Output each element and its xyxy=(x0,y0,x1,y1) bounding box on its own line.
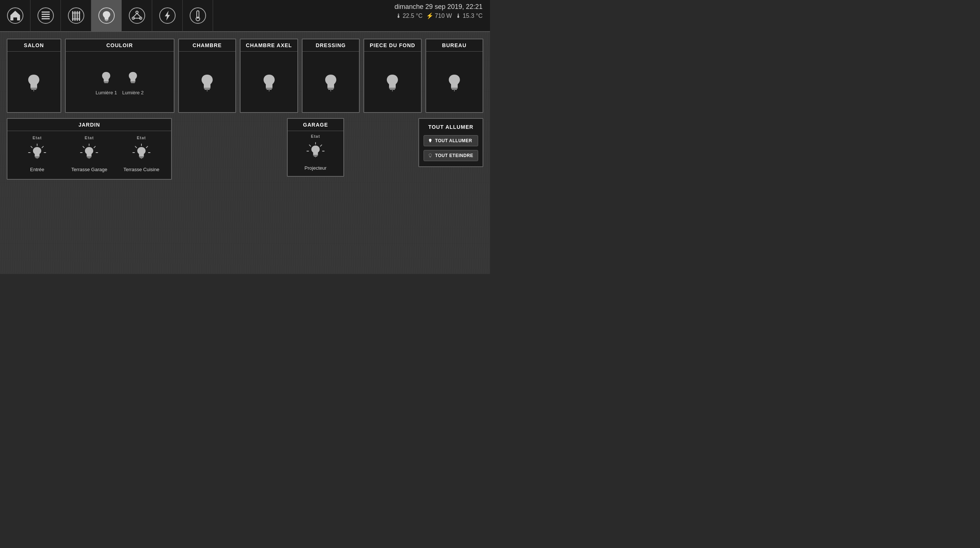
svg-line-23 xyxy=(137,13,141,17)
svg-rect-75 xyxy=(140,158,143,158)
couloir-light1: Lumière 1 xyxy=(95,70,117,96)
room-card-garage[interactable]: GARAGE Etat Projecteur xyxy=(287,118,344,177)
chambre-axel-body xyxy=(253,52,285,112)
couloir-light2-label: Lumière 2 xyxy=(122,90,144,96)
svg-rect-44 xyxy=(328,88,334,89)
svg-rect-50 xyxy=(451,88,458,89)
jardin-entree[interactable]: Etat Entrée xyxy=(11,134,63,174)
svg-rect-51 xyxy=(452,89,457,90)
outdoor-temp-sensor: 🌡 15.3 °C xyxy=(455,13,482,19)
tout-allumer-btn-label: TOUT ALLUMER xyxy=(435,138,472,143)
room-card-chambre-axel[interactable]: CHAMBRE AXEL xyxy=(240,38,298,113)
svg-rect-41 xyxy=(266,88,272,89)
room-card-salon[interactable]: SALON xyxy=(7,38,61,113)
room-card-couloir[interactable]: COULOIR Lumière 1 Lumièr xyxy=(65,38,175,113)
room-card-jardin[interactable]: JARDIN Etat xyxy=(7,118,172,180)
main-content: SALON COULOIR L xyxy=(0,32,490,274)
svg-line-56 xyxy=(31,146,32,148)
outdoor-thermometer-icon: 🌡 xyxy=(455,13,461,19)
jardin-terrasse-cuisine-label: Terrasse Cuisine xyxy=(123,167,159,172)
room-card-chambre[interactable]: CHAMBRE xyxy=(178,38,236,113)
svg-marker-26 xyxy=(165,11,170,21)
nav-lights-button[interactable] xyxy=(91,0,122,32)
svg-rect-32 xyxy=(31,89,37,90)
svg-rect-66 xyxy=(87,156,92,157)
couloir-bulb1-icon xyxy=(98,70,115,86)
power-value: 710 W xyxy=(435,13,452,19)
svg-rect-34 xyxy=(104,82,109,83)
indoor-temp-value: 22.5 °C xyxy=(403,13,423,19)
nav-energy-button[interactable] xyxy=(152,0,183,32)
jardin-terrasse-garage-etat: Etat xyxy=(84,135,94,140)
outdoor-temp-value: 15.3 °C xyxy=(463,13,482,19)
power-sensor: ⚡ 710 W xyxy=(426,12,452,19)
svg-rect-83 xyxy=(314,156,317,157)
nav-temperature-button[interactable] xyxy=(183,0,213,32)
svg-rect-31 xyxy=(30,88,37,89)
dressing-title: DRESSING xyxy=(302,39,359,52)
svg-rect-47 xyxy=(389,88,396,89)
svg-rect-6 xyxy=(41,18,50,19)
tout-allumer-panel: TOUT ALLUMER TOUT ALLUMER TOUT ETEINDRE xyxy=(418,118,483,167)
svg-line-80 xyxy=(309,145,311,146)
svg-rect-3 xyxy=(41,11,50,13)
salon-body xyxy=(18,52,50,112)
svg-point-7 xyxy=(68,8,84,23)
jardin-body: Etat Entrée xyxy=(8,131,171,179)
jardin-terrasse-garage[interactable]: Etat Terrasse Garage xyxy=(63,134,115,174)
tout-eteindre-btn-label: TOUT ETEINDRE xyxy=(435,153,473,158)
svg-point-2 xyxy=(38,8,54,23)
nav-heating-button[interactable] xyxy=(61,0,91,32)
garage-projecteur-label: Projecteur xyxy=(304,165,326,171)
bottom-rooms-row: JARDIN Etat xyxy=(7,118,483,180)
top-bar: dimanche 29 sep 2019, 22:21 🌡 22.5 °C ⚡ … xyxy=(0,0,490,32)
couloir-title: COULOIR xyxy=(66,39,174,52)
svg-line-22 xyxy=(133,13,137,17)
jardin-terrasse-cuisine-bulb-icon xyxy=(131,142,152,163)
tout-allumer-button[interactable]: TOUT ALLUMER xyxy=(423,135,478,146)
couloir-bulb2-icon xyxy=(125,70,141,86)
couloir-body: Lumière 1 Lumière 2 xyxy=(90,52,149,112)
couloir-light1-label: Lumière 1 xyxy=(95,90,117,96)
chambre-title: CHAMBRE xyxy=(179,39,235,52)
bureau-body xyxy=(438,52,471,112)
garage-body: Etat Projecteur xyxy=(288,131,344,176)
svg-point-19 xyxy=(136,11,138,13)
jardin-entree-label: Entrée xyxy=(30,167,44,172)
top-right-info: dimanche 29 sep 2019, 22:21 🌡 22.5 °C ⚡ … xyxy=(395,3,482,19)
svg-rect-67 xyxy=(88,158,91,158)
svg-rect-4 xyxy=(41,14,50,15)
room-card-dressing[interactable]: DRESSING xyxy=(302,38,360,113)
nav-shutters-button[interactable] xyxy=(30,0,61,32)
piece-du-fond-bulb-icon xyxy=(381,72,404,94)
piece-du-fond-title: PIECE DU FOND xyxy=(364,39,421,52)
svg-rect-36 xyxy=(130,82,135,83)
dressing-body xyxy=(314,52,347,112)
garage-title: GARAGE xyxy=(288,119,344,131)
chambre-body xyxy=(191,52,223,112)
svg-rect-38 xyxy=(204,88,210,89)
chambre-bulb-icon xyxy=(196,72,218,94)
jardin-terrasse-garage-label: Terrasse Garage xyxy=(71,167,107,172)
nav-home-button[interactable] xyxy=(0,0,30,32)
nav-icons xyxy=(0,0,213,31)
sensors-bar: 🌡 22.5 °C ⚡ 710 W 🌡 15.3 °C xyxy=(395,12,482,19)
garage-bulb-icon xyxy=(305,141,326,161)
nav-network-button[interactable] xyxy=(122,0,152,32)
svg-rect-59 xyxy=(35,158,38,158)
svg-rect-88 xyxy=(430,157,431,158)
jardin-entree-bulb-icon xyxy=(27,142,48,163)
bulb-off-icon xyxy=(428,153,433,158)
jardin-terrasse-cuisine[interactable]: Etat Terrasse Cuisine xyxy=(115,134,167,174)
svg-rect-74 xyxy=(139,156,144,157)
room-card-bureau[interactable]: BUREAU xyxy=(425,38,483,113)
svg-line-78 xyxy=(320,145,322,146)
tout-eteindre-button[interactable]: TOUT ETEINDRE xyxy=(423,150,478,161)
room-card-piece-du-fond[interactable]: PIECE DU FOND xyxy=(363,38,421,113)
chambre-axel-title: CHAMBRE AXEL xyxy=(240,39,297,52)
jardin-title: JARDIN xyxy=(8,119,171,131)
bureau-title: BUREAU xyxy=(426,39,482,52)
tout-allumer-title: TOUT ALLUMER xyxy=(423,124,478,130)
svg-rect-37 xyxy=(131,83,135,83)
jardin-terrasse-cuisine-etat: Etat xyxy=(137,135,146,140)
